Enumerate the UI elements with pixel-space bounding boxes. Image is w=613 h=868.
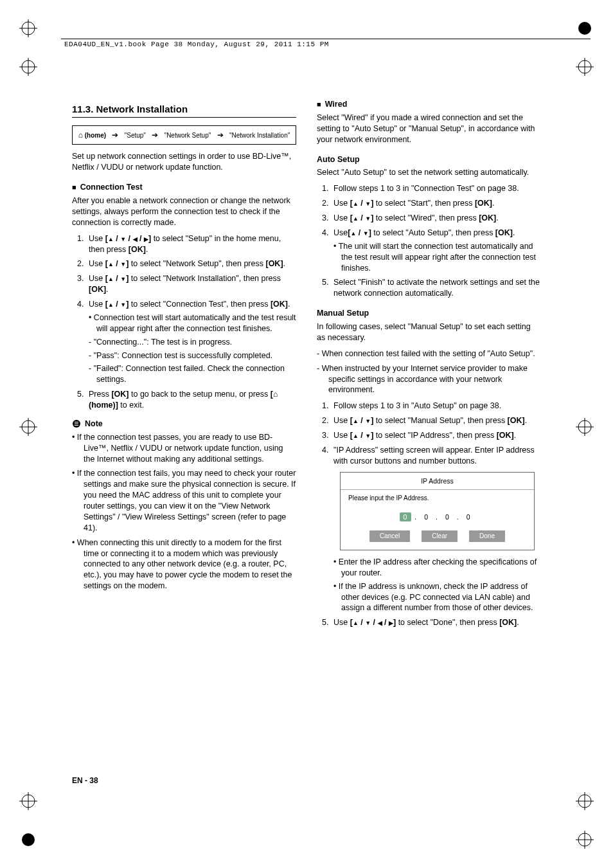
svg-rect-27: [75, 422, 78, 422]
ip-input-line: 0 . 0 . 0 . 0: [341, 509, 534, 530]
breadcrumb-step: "Network Setup": [164, 131, 211, 140]
intro-text: Set up network connection settings in or…: [72, 151, 296, 173]
wired-intro: Select "Wired" if you made a wired conne…: [317, 113, 541, 145]
connection-test-steps: Use [ / / / ] to select "Setup" in the h…: [72, 233, 296, 411]
ip-dialog-prompt: Please input the IP Address.: [341, 494, 534, 509]
sub-step: If the IP address is unknown, check the …: [333, 581, 541, 614]
arrow-icon: ➔: [152, 130, 158, 140]
step: Follow steps 1 to 3 in "Connection Test"…: [331, 183, 541, 194]
ip-address-dialog: IP Address Please input the IP Address. …: [340, 472, 535, 550]
section-title: 11.3. Network Installation: [72, 103, 296, 118]
crop-mark-tr2: [576, 58, 594, 76]
crop-mark-tr: [576, 19, 594, 37]
wired-heading: ■Wired: [317, 99, 541, 110]
ip-digit[interactable]: 0: [400, 512, 411, 521]
step: Use[ / ] to select "Auto Setup", then pr…: [331, 228, 541, 274]
step: Use [ / ] to select "Wired", then press …: [331, 213, 541, 224]
sub-step: Connection test will start automatically…: [89, 312, 296, 334]
cancel-button[interactable]: Cancel: [369, 530, 410, 542]
auto-setup-steps: Follow steps 1 to 3 in "Connection Test"…: [317, 183, 541, 299]
sub-step: Enter the IP address after checking the …: [333, 557, 541, 579]
connection-test-heading: ■Connection Test: [72, 182, 296, 193]
sub-step: "Pass": Connection test is successfully …: [89, 350, 296, 361]
crop-mark-bl: [19, 831, 37, 849]
step: Select "Finish" to activate the network …: [331, 277, 541, 299]
breadcrumb: ⌂ (home) ➔ "Setup" ➔ "Network Setup" ➔ "…: [72, 125, 296, 145]
arrow-icon: ➔: [217, 130, 224, 140]
crop-mark-ml: [19, 418, 37, 436]
running-header: EDA04UD_EN_v1.book Page 38 Monday, Augus…: [64, 40, 329, 50]
auto-setup-heading: Auto Setup: [317, 154, 541, 165]
connection-test-intro: After you enable a network connection or…: [72, 195, 296, 228]
ip-digit[interactable]: 0: [421, 512, 432, 521]
step: Use [ / ] to select "Network Installatio…: [86, 273, 296, 295]
crop-mark-br2: [576, 792, 594, 810]
case-item: When instructed by your Internet service…: [317, 363, 541, 396]
manual-setup-intro: In following cases, select "Manual Setup…: [317, 321, 541, 343]
done-button[interactable]: Done: [469, 530, 505, 542]
svg-point-3: [578, 22, 591, 35]
note-heading: Note: [72, 419, 296, 429]
step: Use [ / ] to select "Network Setup", the…: [86, 258, 296, 269]
manual-setup-heading: Manual Setup: [317, 308, 541, 319]
crop-mark-br: [576, 831, 594, 849]
ip-digit[interactable]: 0: [463, 512, 475, 521]
page-footer: EN - 38: [72, 775, 98, 786]
svg-rect-29: [75, 425, 78, 426]
sub-step: "Connecting...": The test is in progress…: [89, 337, 296, 348]
note-item: If the connection test fails, you may ne…: [72, 468, 296, 533]
step: Press [OK] to go back to the setup menu,…: [86, 389, 296, 411]
breadcrumb-step: "Setup": [125, 131, 146, 140]
crop-mark-bl2: [19, 792, 37, 810]
breadcrumb-home: ⌂ (home): [78, 130, 106, 140]
note-item: If the connection test passes, you are r…: [72, 432, 296, 465]
step: Use [ / ] to select "Connection Test", t…: [86, 299, 296, 385]
right-column: ■Wired Select "Wired" if you made a wire…: [317, 90, 541, 632]
clear-button[interactable]: Clear: [422, 530, 458, 542]
manual-cases: When connection test failed with the set…: [317, 348, 541, 396]
step: "IP Address" setting screen will appear.…: [331, 445, 541, 613]
crop-mark-tl2: [19, 58, 37, 76]
auto-setup-intro: Select "Auto Setup" to set the network s…: [317, 167, 541, 178]
crop-mark-tl: [19, 19, 37, 37]
arrow-icon: ➔: [112, 130, 118, 140]
step: Use [ / ] to select "IP Address", then p…: [331, 430, 541, 441]
note-icon: [72, 419, 81, 428]
ip-digit[interactable]: 0: [442, 512, 454, 521]
step: Use [ / ] to select "Manual Setup", then…: [331, 415, 541, 426]
step: Follow steps 1 to 3 in "Auto Setup" on p…: [331, 401, 541, 411]
sub-step: The unit will start the connection test …: [333, 241, 541, 274]
ip-dialog-title: IP Address: [341, 473, 534, 489]
step: Use [ / / / ] to select "Setup" in the h…: [86, 233, 296, 255]
crop-mark-mr: [576, 418, 594, 436]
breadcrumb-step: "Network Installation": [229, 131, 290, 140]
notes-list: If the connection test passes, you are r…: [72, 432, 296, 592]
svg-point-22: [22, 833, 35, 846]
step: Use [ / / / ] to select "Done", then pre…: [331, 617, 541, 628]
manual-setup-steps: Follow steps 1 to 3 in "Auto Setup" on p…: [317, 401, 541, 628]
case-item: When connection test failed with the set…: [317, 348, 541, 359]
note-item: When connecting this unit directly to a …: [72, 538, 296, 592]
header-rule: [61, 39, 591, 39]
step: Use [ / ] to select "Start", then press …: [331, 198, 541, 209]
left-column: 11.3. Network Installation ⌂ (home) ➔ "S…: [72, 90, 296, 632]
sub-step: "Failed": Connection test failed. Check …: [89, 363, 296, 385]
svg-rect-28: [75, 424, 78, 424]
